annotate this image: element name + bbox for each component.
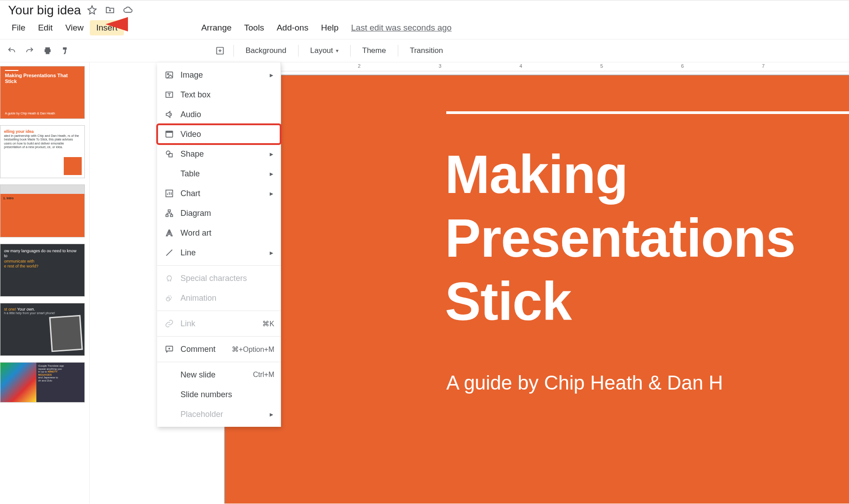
insert-menu-comment[interactable]: Comment⌘+Option+M: [157, 339, 281, 359]
animation-icon: [163, 294, 175, 302]
submenu-arrow-icon: ►: [268, 411, 274, 418]
undo-button[interactable]: [4, 43, 20, 59]
ruler-label: 6: [681, 63, 684, 69]
toolbar-separator: [350, 45, 351, 57]
svg-rect-7: [169, 131, 170, 132]
slide-thumbnail-6[interactable]: Google Translate app repeat anything you…: [0, 362, 85, 403]
menu-addons[interactable]: Add-ons: [270, 20, 315, 35]
video-icon: [163, 130, 175, 139]
ruler-label: 7: [762, 63, 765, 69]
new-slide-button[interactable]: [212, 43, 228, 59]
paint-format-button[interactable]: [57, 43, 74, 59]
insert-menu-chart[interactable]: Chart►: [157, 184, 281, 203]
insert-menu-new-slide[interactable]: New slideCtrl+M: [157, 365, 281, 385]
menu-item-label: Comment: [180, 345, 216, 354]
insert-menu-line[interactable]: Line►: [157, 243, 281, 263]
line-icon: [163, 248, 175, 257]
svg-rect-6: [167, 131, 168, 132]
menu-arrange[interactable]: Arrange: [195, 20, 238, 35]
redo-button[interactable]: [22, 43, 38, 59]
svg-rect-1: [166, 72, 173, 78]
slide-thumbnail-4[interactable]: ow many languages do ou need to know to …: [0, 244, 85, 297]
thumb5-hl-a: st one!: [4, 307, 16, 311]
last-edit-link[interactable]: Last edit was seconds ago: [351, 23, 452, 33]
slide-thumbnail-5[interactable]: st one! Your own. h a little help from y…: [0, 303, 85, 356]
menu-separator: [157, 311, 281, 311]
insert-menu-table[interactable]: Table►: [157, 164, 281, 184]
thumb6-flags: [0, 363, 36, 402]
ruler-label: 4: [519, 63, 522, 69]
menu-separator: [157, 336, 281, 337]
menu-item-label: Word art: [180, 228, 211, 238]
svg-rect-8: [171, 131, 172, 132]
insert-menu-image[interactable]: Image►: [157, 65, 281, 85]
insert-menu-special-characters: Special characters: [157, 268, 281, 288]
insert-menu-word-art[interactable]: Word art: [157, 223, 281, 243]
menu-file[interactable]: File: [5, 20, 32, 35]
thumb2-text: ated in partnership with Chip and Dan He…: [4, 134, 81, 149]
thumb3-heading: 1. Intro: [3, 197, 13, 200]
toolbar: Background Layout▾ Theme Transition: [0, 39, 849, 62]
menu-separator: [157, 265, 281, 266]
slide-title[interactable]: Making Presentations Stick: [445, 143, 849, 333]
insert-menu-audio[interactable]: Audio: [157, 105, 281, 124]
theme-button[interactable]: Theme: [356, 43, 392, 59]
menu-tools[interactable]: Tools: [238, 20, 270, 35]
svg-rect-14: [171, 215, 173, 216]
transition-button[interactable]: Transition: [404, 43, 449, 59]
menu-item-label: Chart: [180, 189, 200, 198]
toolbar-separator: [298, 45, 299, 57]
link-icon: [163, 319, 175, 328]
menu-view[interactable]: View: [59, 20, 90, 35]
slide-canvas[interactable]: Making Presentations Stick A guide by Ch…: [224, 75, 849, 504]
toolbar-separator: [233, 45, 234, 57]
thumb1-sub: A guide by Chip Heath & Dan Heath: [5, 112, 80, 115]
menu-item-label: Slide numbers: [180, 390, 232, 399]
menu-item-label: Diagram: [180, 209, 211, 218]
slide-subtitle[interactable]: A guide by Chip Heath & Dan H: [446, 372, 849, 394]
layout-button[interactable]: Layout▾: [304, 43, 345, 59]
thumb2-heading: elling your idea: [4, 129, 81, 134]
menu-item-shortcut: ⌘+Option+M: [232, 345, 274, 354]
thumb4-line1: ow many languages do: [4, 249, 46, 253]
insert-menu-video[interactable]: Video: [157, 124, 281, 144]
menu-item-label: Video: [180, 130, 201, 139]
menu-item-label: Line: [180, 248, 196, 258]
thumb6-text: Google Translate app repeat anything you…: [36, 363, 84, 402]
menu-item-label: Text box: [180, 90, 211, 100]
ruler-label: 3: [439, 63, 441, 69]
menu-item-label: Animation: [180, 294, 216, 303]
svg-rect-12: [168, 210, 171, 212]
menu-item-label: Placeholder: [180, 410, 223, 419]
ruler-label: 2: [358, 63, 361, 69]
thumb5-sub: h a little help from your smart phone!: [4, 311, 81, 315]
insert-menu-text-box[interactable]: Text box: [157, 85, 281, 105]
background-button[interactable]: Background: [239, 43, 293, 59]
slide-thumbnail-3[interactable]: 1. Intro: [0, 184, 85, 237]
document-title[interactable]: Your big idea: [8, 3, 81, 18]
toolbar-separator: [398, 45, 398, 57]
submenu-arrow-icon: ►: [268, 72, 274, 79]
shape-icon: [163, 149, 175, 158]
insert-dropdown: Image►Text boxAudioVideoShape►Table►Char…: [157, 62, 281, 427]
slide-thumbnail-1[interactable]: Making Presentations That Stick A guide …: [0, 66, 85, 119]
star-icon[interactable]: [87, 5, 97, 16]
menu-item-label: Image: [180, 70, 203, 80]
menu-edit[interactable]: Edit: [32, 20, 59, 35]
annotation-arrow: [103, 13, 175, 36]
chart-icon: [163, 189, 175, 198]
thumb4-line3: e rest of the world?: [4, 264, 39, 268]
thumb5-photo: [49, 315, 83, 352]
print-button[interactable]: [40, 43, 56, 59]
ruler-label: 5: [600, 63, 603, 69]
menu-help[interactable]: Help: [315, 20, 345, 35]
slide-thumbnail-2[interactable]: elling your idea ated in partnership wit…: [0, 125, 85, 178]
insert-menu-diagram[interactable]: Diagram: [157, 203, 281, 223]
insert-menu-slide-numbers[interactable]: Slide numbers: [157, 385, 281, 404]
image-icon: [163, 70, 175, 79]
submenu-arrow-icon: ►: [268, 190, 274, 197]
canvas-area: 1 2 3 4 5 6 7 Making Presentations Stick…: [90, 62, 849, 504]
insert-menu-shape[interactable]: Shape►: [157, 144, 281, 164]
menu-item-label: Special characters: [180, 274, 247, 283]
slide-filmstrip[interactable]: Making Presentations That Stick A guide …: [0, 62, 90, 504]
